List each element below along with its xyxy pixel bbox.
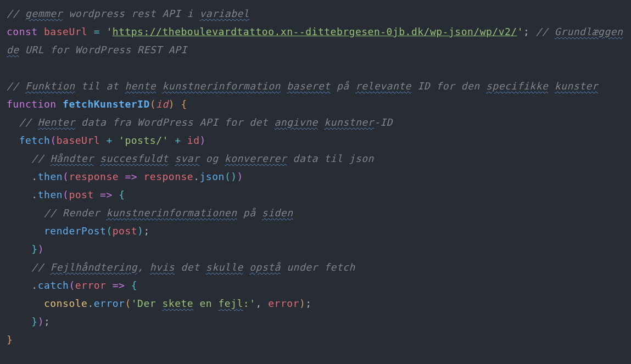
string-error: 'Der skete en fejl:' <box>131 298 256 309</box>
fn-fetch: fetch <box>19 135 51 146</box>
keyword-const: const <box>7 26 38 37</box>
code-editor[interactable]: // gemmer wordpress rest API i variabel … <box>0 0 631 353</box>
obj-console: console <box>44 298 87 309</box>
keyword-function: function <box>7 98 57 110</box>
fn-then: then <box>38 189 63 200</box>
comment-line: // Fejlhåndtering, hvis det skulle opstå… <box>31 261 355 273</box>
string-posts: 'posts/' <box>119 135 169 146</box>
comment-line: // Render kunstnerinformationen på siden <box>44 207 293 219</box>
comment-line: // gemmer wordpress rest API i variabel <box>7 8 249 19</box>
fn-renderpost: renderPost <box>44 225 106 237</box>
comment-line: // Henter data fra WordPress API for det… <box>19 116 393 128</box>
comment-line: // Funktion til at hente kunstnerinforma… <box>7 80 598 92</box>
comment-line: // Håndter succesfuldt svar og konverere… <box>31 153 374 164</box>
fn-decl: fetchKunsterID <box>63 98 150 110</box>
string-url: https://theboulevardtattoo.xn--dittebrge… <box>113 26 517 37</box>
var-baseurl: baseUrl <box>44 26 87 37</box>
fn-then: then <box>38 171 63 182</box>
param-id: id <box>156 98 169 110</box>
fn-catch: catch <box>38 279 69 291</box>
